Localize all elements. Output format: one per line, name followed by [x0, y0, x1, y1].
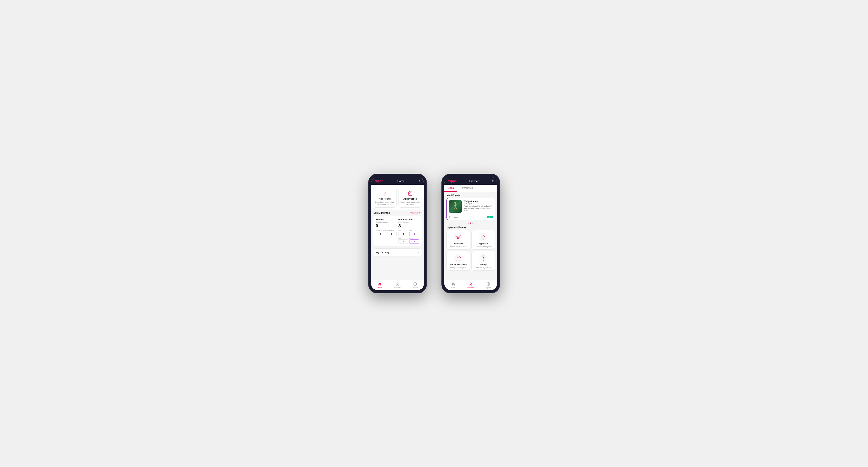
- phone-1: clippd Home ≡ Add Round Record your: [368, 174, 427, 293]
- skill-off-the-tee[interactable]: Off The Tee Power and accuracy: [446, 230, 470, 250]
- nav-capture-label-2: Capture: [485, 287, 491, 288]
- nav-home-label-2: Home: [451, 287, 455, 288]
- drill-desc: Play 1 shot at each target yardage. If y…: [464, 205, 493, 212]
- svg-line-14: [455, 207, 457, 209]
- off-the-tee-title: Off The Tee: [453, 243, 463, 245]
- svg-point-42: [482, 256, 483, 257]
- svg-point-44: [470, 283, 471, 284]
- putt-value: 4: [409, 239, 419, 244]
- nav-capture-1[interactable]: Capture: [406, 282, 424, 288]
- practice-label: Practice: [387, 230, 397, 231]
- svg-point-43: [484, 258, 485, 259]
- capture-nav-icon-2: [486, 282, 491, 286]
- drills-sub-row-2: ARG 0 PUTT 4: [399, 238, 419, 244]
- practice-value: 0: [387, 232, 397, 236]
- around-green-icon: [454, 254, 462, 262]
- dot-2: [470, 222, 471, 224]
- header-title-2: Practice: [469, 180, 479, 183]
- star-icon[interactable]: ☆: [491, 200, 493, 203]
- drill-card[interactable]: Wedge Ladder ☆ 50-100 yds Play 1 shot at…: [446, 198, 495, 220]
- nav-capture-label-1: Capture: [412, 287, 418, 288]
- svg-point-25: [483, 235, 484, 236]
- drill-thumbnail-img: [449, 200, 462, 213]
- menu-icon-1[interactable]: ≡: [418, 180, 420, 183]
- tabs-bar: Drills Favourites: [444, 185, 497, 192]
- home-nav-icon: [378, 282, 382, 286]
- add-practice-title: Add Practice: [403, 198, 417, 200]
- view-activity-link[interactable]: View Activity: [410, 212, 421, 214]
- svg-marker-2: [385, 192, 386, 194]
- add-practice-card[interactable]: Add Practice Capture your practice off-t…: [399, 187, 422, 208]
- svg-point-35: [460, 257, 461, 258]
- stats-card: Rounds Rounds Capture 0 Tournament 0 Pra…: [373, 216, 422, 246]
- nav-capture-2[interactable]: Capture: [479, 282, 497, 288]
- app-label: APP: [409, 230, 419, 231]
- rounds-value: 0: [376, 223, 397, 229]
- tab-favourites[interactable]: Favourites: [457, 185, 476, 192]
- app-badge: APP: [487, 216, 493, 218]
- approach-desc: Dial-in to hit the green: [475, 246, 492, 247]
- add-round-title: Add Round: [379, 198, 391, 200]
- phone-2-screen: clippd Practice ≡ Drills Favourites Most…: [444, 177, 497, 290]
- nav-home-label-1: Home: [377, 287, 382, 288]
- drill-title-row: Wedge Ladder ☆: [464, 200, 493, 203]
- stats-grid: Rounds Rounds Capture 0 Tournament 0 Pra…: [376, 218, 419, 244]
- home-content: Add Round Record your shots in fast or e…: [371, 185, 424, 280]
- phone-2: clippd Practice ≡ Drills Favourites Most…: [441, 174, 500, 293]
- rounds-capture-label: Rounds Capture: [376, 221, 397, 223]
- skill-putting[interactable]: Putting Make and lag practice: [471, 251, 495, 271]
- ott-value: 0: [399, 232, 408, 236]
- svg-point-34: [458, 257, 459, 258]
- dot-1: [468, 222, 469, 224]
- svg-point-17: [449, 216, 451, 218]
- golf-bag-row[interactable]: My Golf Bag ›: [373, 248, 422, 256]
- phone-2-header: clippd Practice ≡: [444, 177, 497, 185]
- skill-around-green[interactable]: Around The Green Hone your short game: [446, 251, 470, 271]
- menu-icon-2[interactable]: ≡: [492, 180, 493, 183]
- putting-title: Putting: [480, 263, 487, 266]
- nav-activities-2[interactable]: Activities: [462, 282, 479, 288]
- phone-1-screen: clippd Home ≡ Add Round Record your: [371, 177, 424, 290]
- around-green-desc: Hone your short game: [450, 267, 466, 269]
- app-stat: APP 4: [409, 230, 419, 236]
- nav-home-1[interactable]: Home: [371, 282, 389, 288]
- activity-section-header: Last 3 Months View Activity: [371, 210, 424, 216]
- nav-home-2[interactable]: Home: [444, 282, 462, 288]
- svg-point-33: [456, 259, 457, 260]
- svg-point-30: [485, 238, 486, 239]
- capture-nav-icon-1: [413, 282, 417, 286]
- skill-approach[interactable]: Approach Dial-in to hit the green: [471, 230, 495, 250]
- tab-drills[interactable]: Drills: [444, 185, 457, 192]
- flag-icon: [381, 190, 388, 197]
- putt-stat: PUTT 4: [409, 238, 419, 244]
- svg-line-13: [454, 207, 455, 209]
- logo-2: clippd: [448, 179, 457, 183]
- drill-footer: 9 shots APP: [447, 215, 495, 220]
- svg-point-11: [454, 202, 456, 204]
- skill-grid: Off The Tee Power and accuracy: [444, 230, 497, 273]
- svg-line-16: [455, 204, 457, 205]
- ott-stat: OTT 0: [399, 230, 408, 236]
- home-nav-icon-2: [451, 282, 455, 286]
- svg-point-40: [483, 258, 484, 259]
- arg-label: ARG: [399, 238, 408, 239]
- dot-3: [472, 222, 473, 224]
- svg-line-15: [454, 205, 455, 207]
- add-round-card[interactable]: Add Round Record your shots in fast or e…: [373, 187, 397, 208]
- svg-point-7: [397, 283, 398, 284]
- tournament-value: 0: [376, 232, 386, 236]
- svg-point-29: [483, 238, 484, 239]
- approach-title: Approach: [478, 243, 488, 245]
- nav-activities-1[interactable]: Activities: [389, 282, 406, 288]
- rounds-sub-row: Tournament 0 Practice 0: [376, 230, 397, 236]
- svg-point-31: [483, 239, 484, 240]
- svg-point-28: [481, 238, 482, 239]
- tournament-label: Tournament: [376, 230, 386, 231]
- putting-icon: [479, 254, 488, 262]
- arg-stat: ARG 0: [399, 238, 408, 244]
- svg-point-41: [483, 260, 484, 261]
- activities-nav-icon: [395, 282, 400, 286]
- tournament-stat: Tournament 0: [376, 230, 386, 236]
- svg-point-36: [459, 259, 460, 260]
- drill-info: Wedge Ladder ☆ 50-100 yds Play 1 shot at…: [464, 200, 493, 213]
